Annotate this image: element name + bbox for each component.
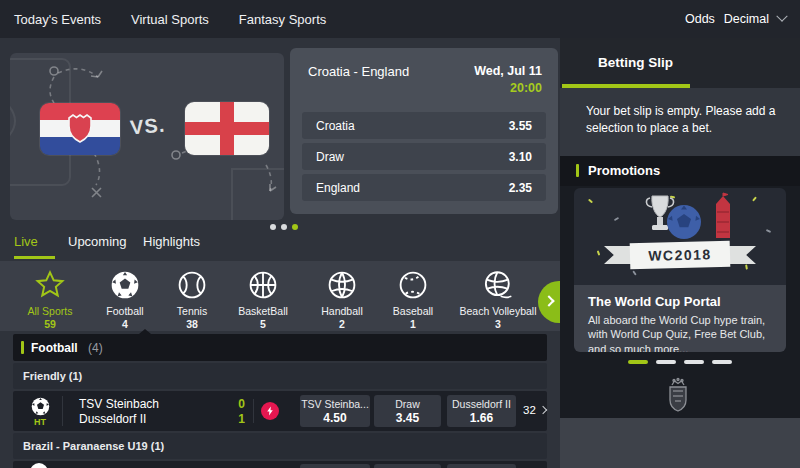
promo-card-world-cup[interactable]: WC2018 The World Cup Portal All aboard t… — [574, 188, 786, 352]
promo-image: WC2018 — [574, 188, 786, 285]
tab-live[interactable]: Live — [14, 234, 38, 249]
nav-fantasy-sports[interactable]: Fantasy Sports — [239, 12, 326, 27]
match-datetime: Wed, Jul 11 20:00 — [474, 64, 542, 95]
carousel-dash[interactable] — [684, 360, 704, 364]
accent-bar — [576, 164, 579, 177]
main-content: VS. Croatia - England Wed, Jul 11 20:00 — [0, 38, 560, 468]
active-tab-indicator — [14, 256, 55, 259]
divider — [253, 399, 254, 423]
betting-slip-tab[interactable]: Betting Slip — [560, 38, 800, 88]
market-button-away[interactable]: Dusseldorf II 1.66 — [447, 395, 516, 427]
betting-slip-empty-message: Your bet slip is empty. Please add a sel… — [586, 103, 786, 138]
sport-name: Beach Volleyball — [446, 305, 550, 317]
group-header-brazil[interactable]: Brazil - Paranaense U19 (1) — [13, 433, 547, 459]
selection-name: England — [316, 181, 360, 195]
promo-ribbon-text: WC2018 — [630, 241, 731, 270]
match-odds-list: Croatia 3.55 Draw 3.10 England 2.35 — [302, 112, 546, 205]
beach-volleyball-icon — [482, 269, 514, 301]
nav-virtual-sports[interactable]: Virtual Sports — [131, 12, 209, 27]
world-cup-graphic-icon — [622, 192, 742, 248]
match-title: Croatia - England — [308, 64, 409, 95]
group-header-friendly[interactable]: Friendly (1) — [13, 363, 547, 389]
market-button[interactable] — [374, 464, 441, 468]
market-button-home[interactable]: TSV Steinba... 4.50 — [300, 395, 370, 427]
chevron-right-icon — [543, 295, 554, 306]
market-odds: 3.45 — [374, 411, 441, 425]
nav-left: Today's Events Virtual Sports Fantasy Sp… — [14, 0, 326, 38]
betting-slip-title: Betting Slip — [598, 55, 673, 70]
carousel-dot[interactable] — [281, 224, 287, 230]
selection-odds: 2.35 — [509, 181, 532, 195]
sport-count: 3 — [446, 318, 550, 330]
match-period: HT — [28, 417, 52, 427]
section-title: Football — [31, 341, 78, 355]
handball-icon — [326, 269, 358, 301]
football-icon — [30, 396, 51, 417]
sport-beach-volleyball[interactable]: Beach Volleyball 3 — [446, 267, 550, 330]
market-button[interactable] — [447, 464, 516, 468]
baseball-icon — [397, 269, 429, 301]
odds-selection-home[interactable]: Croatia 3.55 — [302, 112, 546, 139]
selection-odds: 3.55 — [509, 119, 532, 133]
carousel-dot[interactable] — [270, 224, 276, 230]
promo-description: All aboard the World Cup hype train, wit… — [588, 313, 772, 352]
carousel-dash-active[interactable] — [628, 360, 648, 364]
more-markets-count: 32 — [523, 404, 536, 416]
tab-highlights[interactable]: Highlights — [143, 234, 200, 249]
market-odds: 1.66 — [447, 411, 516, 425]
promo-body: The World Cup Portal All aboard the Worl… — [574, 285, 786, 352]
match-time: 20:00 — [474, 81, 542, 95]
market-label: TSV Steinba... — [300, 398, 370, 410]
odds-label: Odds — [685, 12, 715, 26]
top-nav: Today's Events Virtual Sports Fantasy Sp… — [0, 0, 800, 38]
ribbon-wing — [604, 246, 632, 264]
section-header-football[interactable]: Football (4) — [13, 334, 547, 361]
vs-text: VS. — [129, 114, 166, 140]
featured-banner[interactable]: VS. — [10, 53, 284, 220]
nav-todays-events[interactable]: Today's Events — [14, 12, 101, 27]
event-row[interactable]: HT TSV Steinbach Dusseldorf II 0 1 TSV S… — [13, 391, 547, 431]
carousel-dash[interactable] — [656, 360, 676, 364]
home-score: 0 — [227, 397, 245, 411]
promotions-header: Promotions — [560, 156, 800, 186]
odds-format-value: Decimal — [724, 12, 769, 26]
odds-selection-away[interactable]: England 2.35 — [302, 174, 546, 201]
football-icon — [30, 463, 48, 468]
ribbon-wing — [728, 246, 756, 264]
sidebar: Betting Slip Your bet slip is empty. Ple… — [560, 38, 800, 468]
promo-carousel-dots — [628, 360, 732, 364]
section-count: (4) — [88, 341, 103, 355]
croatia-shield-icon — [65, 112, 95, 146]
next-promo-panel — [560, 418, 800, 468]
divider — [62, 396, 63, 426]
carousel-dash[interactable] — [712, 360, 732, 364]
selection-name: Draw — [316, 150, 344, 164]
tab-upcoming[interactable]: Upcoming — [68, 234, 127, 249]
carousel-dot-active[interactable] — [292, 224, 298, 230]
more-markets-link[interactable]: 32 — [523, 404, 546, 416]
croatia-flag — [40, 103, 120, 155]
away-score: 1 — [227, 412, 245, 426]
featured-match-card: Croatia - England Wed, Jul 11 20:00 Croa… — [290, 48, 558, 214]
selection-name: Croatia — [316, 119, 355, 133]
match-date: Wed, Jul 11 — [474, 64, 542, 78]
selection-odds: 3.10 — [509, 150, 532, 164]
football-icon — [109, 269, 141, 301]
group-title: Friendly (1) — [23, 370, 82, 382]
crest-logo-icon — [663, 377, 693, 415]
market-button-draw[interactable]: Draw 3.45 — [374, 395, 441, 427]
market-label: Dusseldorf II — [447, 398, 516, 410]
england-flag — [185, 102, 269, 155]
promo-ribbon: WC2018 — [598, 242, 762, 268]
event-row-partial[interactable] — [13, 461, 547, 468]
home-team: TSV Steinbach — [79, 397, 159, 411]
market-button[interactable] — [300, 464, 370, 468]
chevron-down-icon — [776, 11, 787, 22]
group-title: Brazil - Paranaense U19 (1) — [23, 440, 164, 452]
banner-carousel-dots — [270, 224, 298, 230]
basketball-icon — [247, 269, 279, 301]
odds-selection-draw[interactable]: Draw 3.10 — [302, 143, 546, 170]
betting-slip-empty-panel: Your bet slip is empty. Please add a sel… — [560, 88, 800, 156]
odds-format-select[interactable]: Odds Decimal — [685, 0, 786, 38]
live-lightning-icon — [261, 402, 279, 420]
